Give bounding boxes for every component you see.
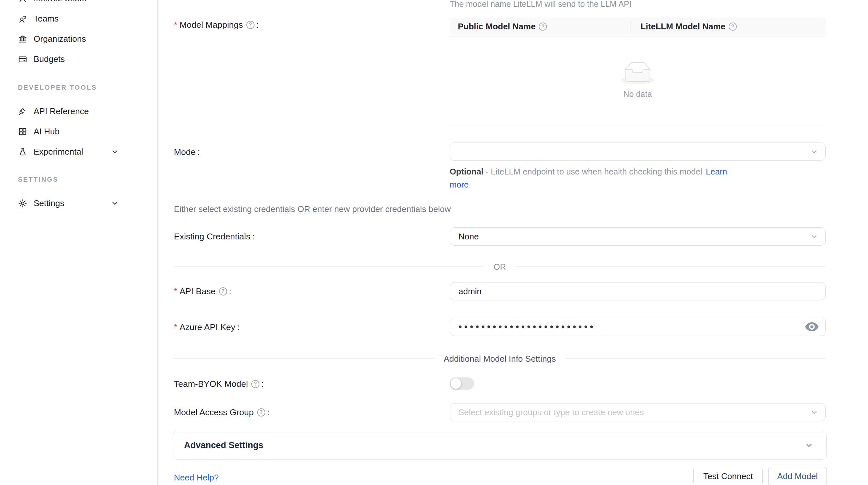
test-connect-button[interactable]: Test Connect [693,467,763,485]
add-model-button[interactable]: Add Model [768,467,827,485]
sidebar-item-experimental[interactable]: Experimental [0,141,157,162]
chevron-down-icon [805,441,813,449]
existing-credentials-label: Existing Credentials : [174,230,255,243]
column-public-model-name: Public Model Name ? [450,22,630,32]
mode-hint: Optional - LiteLLM endpoint to use when … [450,165,835,191]
column-divider [630,21,630,32]
or-divider: OR [174,261,826,273]
mode-label: Mode : [174,146,200,159]
chevron-down-icon [810,408,818,416]
sidebar-item-label: Budgets [34,54,65,64]
select-placeholder: Select existing groups or type to create… [459,408,644,418]
sidebar-item-label: API Reference [34,106,89,117]
api-base-input[interactable]: admin [450,282,826,300]
column-litellm-model-name: LiteLLM Model Name ? [630,22,826,32]
app-grid-icon [18,127,27,136]
sidebar-item-internal-users[interactable]: Internal Users [0,0,157,8]
sidebar-item-organizations[interactable]: Organizations [0,29,157,49]
bank-icon [18,34,27,44]
content-right-edge [840,0,840,485]
sidebar-section-settings: SETTINGS [0,175,157,183]
chevron-down-icon [810,232,818,240]
model-access-group-label: Model Access Group ? : [174,406,270,419]
chevron-down-icon [810,148,818,156]
model-mappings-label: * Model Mappings ? : [174,18,259,31]
azure-api-key-input[interactable]: •••••••••••••••••••••••• [450,318,826,336]
team-byok-toggle[interactable] [450,377,474,390]
existing-credentials-select[interactable]: None [450,227,826,246]
sidebar: Internal Users Teams Organizations Budge… [0,0,158,485]
empty-box-icon [620,62,655,84]
sidebar-item-label: Settings [34,198,64,208]
credentials-note: Either select existing credentials OR en… [174,204,451,214]
need-help-link[interactable]: Need Help? [174,473,219,483]
sidebar-item-label: Experimental [34,147,83,157]
additional-settings-divider: Additional Model Info Settings [174,353,826,365]
help-icon[interactable]: ? [257,408,265,417]
api-plug-icon [18,107,27,116]
toggle-knob [451,378,461,389]
sidebar-item-teams[interactable]: Teams [0,8,157,29]
team-byok-label: Team-BYOK Model ? : [174,377,264,390]
eye-icon[interactable] [805,322,819,334]
help-icon[interactable]: ? [539,23,547,31]
help-icon[interactable]: ? [219,287,227,295]
sidebar-item-label: Internal Users [34,0,87,4]
user-icon [18,0,27,3]
sidebar-item-budgets[interactable]: Budgets [0,49,157,69]
required-mark: * [174,286,177,296]
api-base-label: * API Base ? : [174,285,231,298]
learn-more-link[interactable]: Learn [706,167,727,176]
help-icon[interactable]: ? [246,21,254,29]
litellm-model-hint: The model name LiteLLM will send to the … [450,0,631,9]
required-mark: * [174,20,177,30]
masked-password: •••••••••••••••••••••••• [459,321,595,332]
chevron-down-icon [111,148,119,156]
azure-api-key-label: * Azure API Key : [174,321,240,334]
sidebar-item-settings[interactable]: Settings [0,193,157,213]
help-icon[interactable]: ? [251,380,259,388]
mode-select[interactable] [450,142,826,161]
sidebar-item-label: AI Hub [34,127,60,137]
add-model-form: The model name LiteLLM will send to the … [158,0,868,485]
chevron-down-icon [111,199,119,207]
help-icon[interactable]: ? [728,23,737,31]
empty-state: No data [450,62,826,99]
credit-card-icon [18,55,27,64]
model-access-group-select[interactable]: Select existing groups or type to create… [450,403,826,421]
gear-icon [18,199,27,208]
flask-icon [18,147,27,157]
learn-more-link[interactable]: more [450,180,469,189]
users-icon [18,14,27,24]
model-mappings-table: Public Model Name ? LiteLLM Model Name ? [450,17,826,126]
table-header: Public Model Name ? LiteLLM Model Name ? [450,17,826,36]
required-mark: * [174,322,177,332]
sidebar-item-ai-hub[interactable]: AI Hub [0,121,157,141]
advanced-settings-panel[interactable]: Advanced Settings [173,431,827,459]
sidebar-item-api-reference[interactable]: API Reference [0,101,157,121]
no-data-text: No data [450,89,826,99]
sidebar-section-developer-tools: DEVELOPER TOOLS [0,84,157,91]
table-body: No data [450,36,826,126]
sidebar-item-label: Organizations [34,34,86,44]
sidebar-item-label: Teams [34,14,59,24]
